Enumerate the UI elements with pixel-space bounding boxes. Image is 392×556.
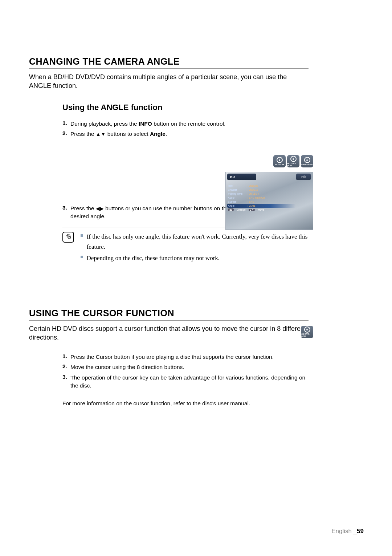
section2-step1-text: Press the Cursor button if you are playi… xyxy=(70,353,309,361)
step2-text-d: . xyxy=(166,131,167,137)
section1-step1: 1. During playback, press the INFO butto… xyxy=(62,120,309,130)
step-number: 2. xyxy=(62,130,70,140)
badge-label: DVD-VIDEO xyxy=(301,163,313,166)
footer-page: 59 xyxy=(357,528,364,535)
badge-bd-rom: BD-ROM xyxy=(273,155,286,167)
osd-tab-info: Info xyxy=(296,174,311,180)
section1-subheading: Using the ANGLE function xyxy=(62,103,309,112)
section1-intro: When a BD/HD DVD/DVD contains multiple a… xyxy=(29,73,309,90)
footer-lang: English _ xyxy=(331,528,357,535)
note1-row: If the disc has only one angle, this fea… xyxy=(81,232,309,251)
page-footer: English _59 xyxy=(331,528,364,535)
info-label: INFO xyxy=(139,121,152,127)
badge-label: HD DVD-ROM xyxy=(287,162,299,167)
left-right-icon: ◀▶ xyxy=(96,206,104,211)
section2-badge-group: HD DVD-ROM xyxy=(301,326,313,338)
osd-move-label: Move xyxy=(258,208,264,211)
section2-step2-text: Move the cursor using the 8 direction bu… xyxy=(70,363,309,371)
osd-tab-bd: BD xyxy=(227,174,256,180)
section2-heading: USING THE CURSOR FUNCTION xyxy=(29,308,309,318)
osd-change-pill: ◀▶ xyxy=(228,208,234,211)
note1-text: If the disc has only one angle, this fea… xyxy=(87,232,309,251)
step-number: 3. xyxy=(62,374,70,392)
osd-info-rows: Title: 001/006 Chapter: 003/016 Playing … xyxy=(228,184,313,208)
badge-label: HD DVD-ROM xyxy=(301,333,313,337)
note2-row: Depending on the disc, these functions m… xyxy=(81,253,309,263)
section2-step1: 1. Press the Cursor button if you are pl… xyxy=(62,353,309,363)
badge-hd-dvd-rom: HD DVD-ROM xyxy=(301,326,313,338)
section2-intro: Certain HD DVD discs support a cursor fu… xyxy=(29,324,309,342)
section2-rule xyxy=(29,320,309,321)
disc-badges: BD-ROM HD DVD-ROM DVD-VIDEO xyxy=(273,155,313,167)
section2-step2: 2. Move the cursor using the 8 direction… xyxy=(62,363,309,373)
step1-text-a: During playback, press the xyxy=(70,121,139,127)
osd-move-pill: ▲▼ xyxy=(249,209,255,211)
step-number: 1. xyxy=(62,120,70,130)
angle-label: Angle xyxy=(150,131,166,137)
note-icon: ✎ xyxy=(62,232,74,243)
note2-text: Depending on the disc, these functions m… xyxy=(87,253,220,263)
step-number: 3. xyxy=(62,204,70,223)
section1-sub-rule xyxy=(62,116,309,116)
osd-angle-row: Angle: 01/01 xyxy=(227,204,313,208)
section1-heading: CHANGING THE CAMERA ANGLE xyxy=(29,56,309,67)
badge-hd-dvd-rom: HD DVD-ROM xyxy=(287,155,299,167)
osd-change-label: Change xyxy=(237,208,246,211)
section2-closing: For more information on the cursor funct… xyxy=(62,400,309,407)
section2-step3: 3. The operation of the cursor key can b… xyxy=(62,374,309,392)
osd-screenshot: BD Info Title: 001/006 Chapter: 003/016 … xyxy=(225,172,313,230)
up-down-icon: ▲▼ xyxy=(96,131,106,137)
bullet-icon xyxy=(81,234,83,237)
step2-text-a: Press the xyxy=(70,131,96,137)
section1-rule xyxy=(29,68,309,69)
step2-text-b: buttons to select xyxy=(106,131,150,137)
step-number: 1. xyxy=(62,353,70,363)
section1-step2: 2. Press the ▲▼ buttons to select Angle. xyxy=(62,130,309,140)
badge-dvd-video: DVD-VIDEO xyxy=(301,155,313,167)
section2-step3-text: The operation of the cursor key can be t… xyxy=(70,374,309,390)
step-number: 2. xyxy=(62,363,70,373)
bullet-icon xyxy=(81,256,83,258)
step1-text-c: button on the remote control. xyxy=(152,121,225,127)
step3-text-a: Press the xyxy=(70,205,96,211)
note-block: ✎ If the disc has only one angle, this f… xyxy=(62,232,309,264)
badge-label: BD-ROM xyxy=(275,163,284,166)
